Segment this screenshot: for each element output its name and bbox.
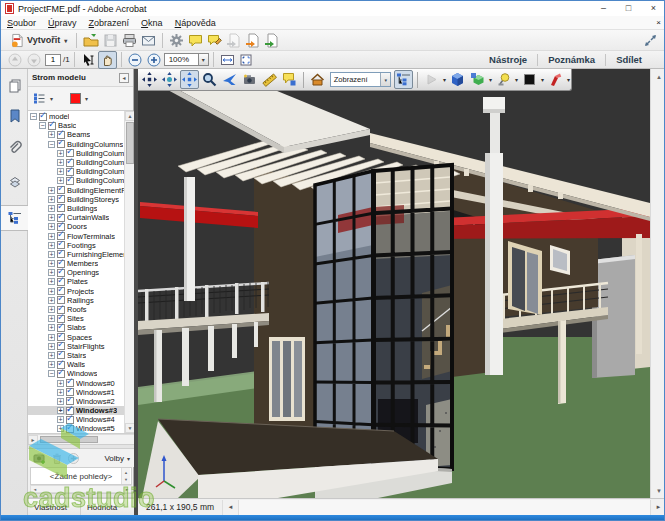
expand-icon[interactable]: + bbox=[48, 324, 55, 331]
scroll-right-arrow[interactable]: ► bbox=[650, 500, 665, 515]
measure-tool-button[interactable] bbox=[260, 70, 279, 89]
attachments-tab[interactable] bbox=[1, 135, 28, 161]
tree-item[interactable]: +✓StairFlights bbox=[28, 342, 124, 351]
tree-item[interactable]: +✓BuildingColumn bbox=[28, 167, 124, 176]
cross-section-button[interactable] bbox=[546, 70, 565, 89]
delete-view-icon[interactable] bbox=[51, 452, 63, 465]
add-3d-comment-button[interactable] bbox=[280, 70, 299, 89]
tab-1[interactable]: Poznámka bbox=[538, 54, 605, 65]
collapse-icon[interactable]: − bbox=[48, 370, 55, 377]
tree-item[interactable]: +✓Sites bbox=[28, 314, 124, 323]
expand-icon[interactable]: + bbox=[57, 380, 64, 387]
tree-checkbox[interactable]: ✓ bbox=[57, 315, 65, 323]
cross-section-caret[interactable]: ▾ bbox=[567, 76, 570, 83]
tree-item[interactable]: +✓FurnishingElemen bbox=[28, 250, 124, 259]
views-list[interactable]: <Žádné pohledy> bbox=[30, 467, 132, 485]
tree-checkbox[interactable]: ✓ bbox=[57, 260, 65, 268]
add-view-icon[interactable] bbox=[67, 452, 80, 465]
views-horizontal-scrollbar[interactable]: ◄► bbox=[30, 485, 132, 493]
lighting-caret[interactable]: ▾ bbox=[515, 76, 518, 83]
tree-checkbox[interactable]: ✓ bbox=[57, 361, 65, 369]
tree-item[interactable]: +✓BuildingColumn bbox=[28, 158, 124, 167]
tree-item[interactable]: +✓Stairs bbox=[28, 351, 124, 360]
fit-width-button[interactable] bbox=[218, 51, 237, 69]
expand-icon[interactable]: + bbox=[48, 187, 55, 194]
tree-item[interactable]: +✓Openings bbox=[28, 268, 124, 277]
page-number-input[interactable] bbox=[45, 54, 61, 66]
zoom-dropdown-button[interactable]: ▾ bbox=[198, 53, 209, 66]
bookmarks-tab[interactable] bbox=[1, 103, 28, 129]
model-tree-tab[interactable] bbox=[1, 205, 28, 231]
expand-icon[interactable]: + bbox=[48, 214, 55, 221]
tree-checkbox[interactable]: ✓ bbox=[66, 425, 74, 433]
spin-tool-button[interactable] bbox=[160, 70, 179, 89]
expand-icon[interactable]: + bbox=[48, 361, 55, 368]
tree-checkbox[interactable]: ✓ bbox=[57, 287, 65, 295]
tree-options-caret[interactable]: ▾ bbox=[50, 95, 53, 102]
tree-item[interactable]: +✓Spaces bbox=[28, 333, 124, 342]
render-mode-button[interactable] bbox=[468, 70, 487, 89]
annotate-button[interactable] bbox=[205, 31, 224, 49]
tree-item[interactable]: +✓Walls bbox=[28, 360, 124, 369]
expand-icon[interactable]: + bbox=[48, 205, 55, 212]
tree-checkbox[interactable]: ✓ bbox=[66, 416, 74, 424]
expand-icon[interactable]: + bbox=[57, 389, 64, 396]
background-color-caret[interactable]: ▾ bbox=[541, 76, 544, 83]
close-button[interactable]: × bbox=[641, 1, 665, 16]
expand-icon[interactable]: + bbox=[57, 407, 64, 414]
tree-item[interactable]: +✓Slabs bbox=[28, 323, 124, 332]
highlight-color-caret[interactable]: ▾ bbox=[85, 95, 88, 102]
tab-2[interactable]: Sdílet bbox=[606, 54, 652, 65]
create-view-icon[interactable] bbox=[32, 452, 47, 465]
play-options-caret[interactable]: ▾ bbox=[443, 76, 446, 83]
scroll-left-arrow[interactable]: ◄ bbox=[223, 500, 239, 515]
tree-checkbox[interactable]: ✓ bbox=[57, 204, 65, 212]
tree-checkbox[interactable]: ✓ bbox=[57, 269, 65, 277]
panel-options-button[interactable]: ◄ bbox=[119, 73, 129, 83]
tree-checkbox[interactable]: ✓ bbox=[57, 333, 65, 341]
tree-item[interactable]: +✓Windows#4 bbox=[28, 415, 124, 424]
expand-icon[interactable]: + bbox=[48, 223, 55, 230]
expand-icon[interactable]: + bbox=[48, 343, 55, 350]
play-animation-button[interactable] bbox=[422, 70, 441, 89]
tree-item[interactable]: −✓BuildingColumns bbox=[28, 140, 124, 149]
next-page-button[interactable] bbox=[24, 51, 43, 69]
tree-item[interactable]: −✓Windows bbox=[28, 369, 124, 378]
tree-checkbox[interactable]: ✓ bbox=[39, 113, 47, 121]
zoom-level-input[interactable]: 100% bbox=[164, 53, 198, 66]
tree-checkbox[interactable]: ✓ bbox=[57, 214, 65, 222]
expand-icon[interactable]: + bbox=[57, 159, 64, 166]
lighting-button[interactable] bbox=[494, 70, 513, 89]
previous-page-button[interactable] bbox=[5, 51, 24, 69]
3d-viewport[interactable]: Zobrazení▾ ▾ ▾ ▾ ▾ ▾ bbox=[138, 69, 650, 498]
menu-item-0[interactable]: Soubor bbox=[1, 16, 42, 30]
model-tree-toggle-button[interactable] bbox=[394, 70, 413, 89]
select-tool-button[interactable] bbox=[79, 51, 98, 69]
expand-icon[interactable]: + bbox=[57, 177, 64, 184]
collapse-icon[interactable]: − bbox=[39, 122, 46, 129]
expand-icon[interactable]: + bbox=[48, 242, 55, 249]
fit-page-button[interactable] bbox=[237, 51, 256, 69]
open-file-button[interactable] bbox=[81, 31, 101, 49]
tree-checkbox[interactable]: ✓ bbox=[66, 407, 74, 415]
tree-item[interactable]: +✓Doors bbox=[28, 222, 124, 231]
collapse-icon[interactable]: − bbox=[48, 141, 55, 148]
expand-icon[interactable]: + bbox=[48, 315, 55, 322]
expand-icon[interactable]: + bbox=[57, 168, 64, 175]
tree-item[interactable]: +✓BuildingColumn bbox=[28, 149, 124, 158]
zoom-tool-button[interactable] bbox=[200, 70, 219, 89]
expand-icon[interactable]: + bbox=[48, 251, 55, 258]
tree-item[interactable]: +✓Railings bbox=[28, 296, 124, 305]
tree-options-icon[interactable] bbox=[33, 92, 46, 105]
expand-icon[interactable]: + bbox=[48, 233, 55, 240]
tree-item[interactable]: −✓Basic bbox=[28, 121, 124, 130]
tree-checkbox[interactable]: ✓ bbox=[57, 140, 65, 148]
expand-icon[interactable]: + bbox=[48, 196, 55, 203]
render-mode-caret[interactable]: ▾ bbox=[489, 76, 492, 83]
tree-item[interactable]: +✓BuildingElementP bbox=[28, 186, 124, 195]
tree-checkbox[interactable]: ✓ bbox=[66, 168, 74, 176]
menu-item-4[interactable]: Nápověda bbox=[169, 16, 222, 30]
tree-item[interactable]: +✓CurtainWalls bbox=[28, 213, 124, 222]
tree-checkbox[interactable]: ✓ bbox=[66, 159, 74, 167]
tree-checkbox[interactable]: ✓ bbox=[57, 131, 65, 139]
